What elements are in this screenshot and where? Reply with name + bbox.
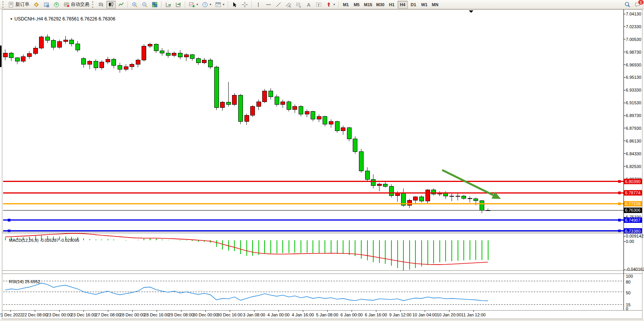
time-tick-label: 29 Dec 08:00 [168,313,193,317]
toolbar-separator [185,1,185,8]
crosshair-button[interactable] [240,1,249,8]
timeframe-H1[interactable]: H1 [387,1,397,8]
line-handle[interactable] [8,219,10,221]
text-label-button[interactable]: T [314,1,323,8]
templates-button[interactable]: ▾ [214,1,226,8]
line-handle[interactable] [618,219,621,221]
line-handle[interactable] [618,202,621,205]
fibonacci-icon: F [296,2,302,8]
candle [383,184,388,186]
candle [136,60,140,64]
arrows-shapes-button[interactable]: ▾ [324,1,337,8]
notifications-button[interactable]: 1 [633,1,642,8]
line-handle[interactable] [618,192,621,194]
tile-windows-button[interactable] [150,1,159,8]
toolbar-separator [251,1,252,8]
candle [389,186,393,195]
chart-shift-icon [175,2,181,8]
candle [160,51,164,53]
rsi-indicator-label: RSI(14) 25.6952 [4,275,40,289]
timeframe-D1[interactable]: D1 [408,1,419,8]
vertical-line-button[interactable] [254,1,263,8]
timeframe-M1[interactable]: M1 [341,1,351,8]
candle [190,55,195,59]
notification-badge: 1 [638,0,644,5]
search-button[interactable] [623,1,632,8]
price-tick-label: 6.96930 [626,63,641,67]
timeframe-MN[interactable]: MN [430,1,440,8]
candle [480,201,484,210]
auto-scroll-button[interactable] [164,1,173,8]
tile-windows-icon [152,2,158,8]
candle [449,196,454,197]
toolbar: 新订单 自动交易 [0,0,644,9]
price-tick-label: 7.00530 [626,37,641,42]
arrows-shapes-icon [326,2,332,8]
macd-indicator-label: MACD(12,26,9) -0.026287 -0.029095 [4,233,79,247]
new-order-button[interactable]: 新订单 [7,1,31,8]
bar-chart-button[interactable] [96,1,106,8]
time-tick-label: 27 Dec 08:00 [95,313,120,317]
signal-button[interactable] [52,1,61,8]
timeframe-M15[interactable]: M15 [362,1,374,8]
cursor-button[interactable] [230,1,239,8]
equidistant-channel-button[interactable]: E [284,1,293,8]
svg-text:A: A [307,2,310,7]
zoom-out-button[interactable] [140,1,149,8]
candle [196,59,200,63]
chart-background [0,9,644,321]
text-button[interactable]: A [304,1,313,8]
candle [377,184,381,186]
indicators-button[interactable]: ▾ [187,1,200,8]
autotrade-icon [63,2,70,8]
candle [100,62,104,68]
chart-canvas[interactable]: 7.041307.023307.005306.987306.969306.951… [0,0,644,321]
candle [407,200,412,206]
price-tick-label: 6.82530 [626,164,641,169]
toolbar-separator [228,1,228,8]
chart-title: ▼USDCNH-,H4 6.76292 6.76561 6.76226 6.76… [5,11,115,27]
periods-button[interactable]: ▾ [200,1,213,8]
candle [323,116,327,124]
candle [21,56,26,61]
time-tick-label: 28 Dec 00:00 [120,313,145,317]
timeframe-M30[interactable]: M30 [374,1,386,8]
fibonacci-button[interactable]: F [294,1,303,8]
candle [335,121,339,131]
timeframe-H4[interactable]: H4 [398,1,408,8]
candle [33,48,38,54]
autotrade-button[interactable]: 自动交易 [62,1,91,8]
line-chart-button[interactable] [116,1,126,8]
price-tick-label: 6.84330 [626,151,641,156]
trendline-button[interactable] [274,1,283,8]
zoom-in-button[interactable] [130,1,139,8]
candle [474,199,478,200]
timeframe-W1[interactable]: W1 [419,1,429,8]
time-tick-label: 11 Jan 12:00 [461,313,486,317]
line-handle[interactable] [618,180,621,183]
price-tick-label: 7.02330 [626,24,641,29]
chart-shift-button[interactable] [174,1,183,8]
timeframe-M5[interactable]: M5 [352,1,362,8]
market-watch-button[interactable] [32,1,41,8]
rsi-axis-label: 100 [626,274,633,279]
macd-name: MACD(12,26,9) [9,238,38,243]
clock-icon [202,2,208,8]
time-tick-label: 9 Jan 12:00 [389,313,412,317]
candle [51,40,56,47]
candle [94,61,98,68]
horizontal-line-button[interactable] [264,1,273,8]
candle [419,197,424,201]
candle [27,54,31,56]
symbol-period: USDCNH-,H4 [14,16,43,22]
toolbar-right-group: 1 [622,1,642,8]
chart-menu-arrow-icon[interactable]: ▼ [10,17,13,21]
candle [341,128,345,131]
candle [329,121,333,124]
data-window-button[interactable] [42,1,51,8]
candle-chart-button[interactable] [106,1,116,8]
candle [371,179,376,185]
timeframe-group: M1M5M15M30H1H4D1W1MN [340,1,441,8]
dropdown-caret: ▾ [223,3,224,6]
candle [45,37,50,40]
